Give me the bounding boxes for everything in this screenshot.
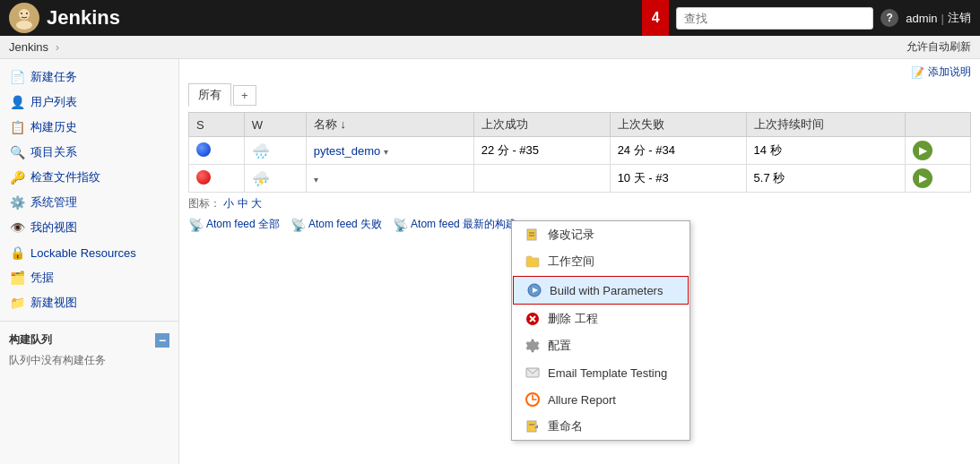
build-queue-section: 构建队列 − [0,327,178,349]
svg-rect-5 [527,229,536,240]
auto-refresh-link[interactable]: 允许自动刷新 [906,39,971,55]
job-dropdown-arrow[interactable]: ▾ [384,147,388,157]
atom-icon: 📡 [393,218,408,232]
search-input[interactable] [676,7,873,30]
weather-cell: ⛈️ [244,165,306,193]
sidebar-item-fingerprint[interactable]: 🔑 检查文件指纹 [0,165,178,190]
tab-all[interactable]: 所有 [188,83,231,107]
user-label: admin [906,12,937,25]
menu-item-workspace[interactable]: 工作空间 [512,248,689,275]
build-queue-collapse[interactable]: − [155,333,169,348]
add-note-link[interactable]: 📝 添加说明 [911,64,971,80]
sidebar-item-new-view[interactable]: 📁 新建视图 [0,290,178,315]
menu-item-config[interactable]: 配置 [512,332,689,359]
allure-icon [525,391,541,408]
menu-item-email-template[interactable]: Email Template Testing [512,359,689,386]
sidebar-item-new-task[interactable]: 📄 新建任务 [0,64,178,90]
logo: Jenkins [9,3,635,33]
history-icon: 📋 [9,119,25,135]
menu-item-build-with-params[interactable]: Build with Parameters [513,276,689,305]
fingerprint-icon: 🔑 [9,169,25,185]
run-icon[interactable]: ▶ [913,168,932,188]
new-view-icon: 📁 [9,295,25,311]
new-task-icon: 📄 [9,69,25,85]
action-cell: ▶ [906,137,971,165]
note-icon: 📝 [911,66,924,79]
tabs-row: 所有 + [188,83,971,107]
sidebar-item-label: 我的视图 [30,219,77,236]
sidebar-item-label: 检查文件指纹 [30,169,100,185]
sidebar-item-label: 新建视图 [30,295,77,311]
menu-item-delete[interactable]: 删除 工程 [512,305,689,332]
lockable-icon: 🔒 [9,245,25,261]
context-menu: 修改记录 工作空间 Build with Parameters 删除 工程 [511,220,690,441]
header: Jenkins 4 ? admin | 注销 [0,0,980,36]
job-name-link[interactable]: pytest_demo [314,144,380,158]
menu-item-modify-log[interactable]: 修改记录 [512,221,689,248]
sidebar-item-credentials[interactable]: 🗂️ 凭据 [0,265,178,290]
jenkins-logo [9,3,39,33]
action-cell: ▶ [906,165,971,193]
breadcrumb-bar: Jenkins › 允许自动刷新 [0,36,980,59]
sidebar-item-system-manage[interactable]: ⚙️ 系统管理 [0,190,178,215]
sidebar-item-label: 项目关系 [30,144,77,160]
svg-point-3 [21,13,22,14]
last-success-cell: 22 分 - #35 [473,137,610,165]
breadcrumb-home[interactable]: Jenkins [9,40,48,54]
my-views-icon: 👁️ [9,219,25,236]
svg-point-2 [16,21,32,30]
col-header-last-failure: 上次失败 [610,113,746,137]
atom-icon: 📡 [188,218,204,232]
build-queue-empty: 队列中没有构建任务 [0,349,178,372]
last-failure-cell: 24 分 - #34 [610,137,746,165]
menu-item-rename[interactable]: 重命名 [512,413,689,440]
last-failure-cell: 10 天 - #3 [610,165,746,193]
rename-icon [525,418,541,434]
sidebar-item-build-history[interactable]: 📋 构建历史 [0,115,178,140]
system-manage-icon: ⚙️ [9,194,25,211]
last-duration-cell: 14 秒 [746,137,905,165]
atom-link-all[interactable]: 📡 Atom feed 全部 [188,217,280,232]
sidebar-item-label: Lockable Resources [30,246,136,260]
menu-item-allure[interactable]: Allure Report [512,386,689,413]
help-icon[interactable]: ? [880,9,898,27]
atom-link-failure[interactable]: 📡 Atom feed 失败 [291,217,382,232]
sidebar-item-lockable[interactable]: 🔒 Lockable Resources [0,240,178,265]
notification-badge[interactable]: 4 [642,0,669,36]
col-header-last-success: 上次成功 [473,113,610,137]
status-cell [189,165,245,193]
last-success-cell [473,165,610,193]
col-header-actions [906,113,971,137]
jenkins-title: Jenkins [47,6,120,30]
jobs-table: S W 名称 ↓ 上次成功 上次失败 上次持续时间 🌧️ [188,112,971,193]
status-ball-blue [196,142,211,157]
email-icon [525,365,541,381]
sidebar-item-label: 用户列表 [30,94,77,110]
sidebar-item-users[interactable]: 👤 用户列表 [0,90,178,115]
col-header-name: 名称 ↓ [306,113,473,137]
atom-link-latest[interactable]: 📡 Atom feed 最新的构建 [393,217,516,232]
edit-icon [525,227,541,243]
tab-add-button[interactable]: + [233,85,256,106]
col-header-last-duration: 上次持续时间 [746,113,905,137]
users-icon: 👤 [9,94,25,110]
table-row: ⛈️ ▾ 10 天 - #3 5.7 秒 ▶ [189,165,971,193]
col-header-w: W [244,113,306,137]
status-ball-red [196,170,211,185]
sidebar-item-label: 系统管理 [30,194,77,211]
weather-cell: 🌧️ [244,137,306,165]
sidebar: 📄 新建任务 👤 用户列表 📋 构建历史 🔍 项目关系 🔑 检查文件指纹 ⚙️ … [0,59,179,464]
icon-size-small[interactable]: 小 [223,197,234,210]
status-cell [189,137,245,165]
sidebar-item-my-views[interactable]: 👁️ 我的视图 [0,215,178,240]
svg-rect-16 [527,421,536,432]
job-dropdown-arrow[interactable]: ▾ [314,175,318,185]
icon-size-large[interactable]: 大 [251,197,262,210]
sidebar-item-project-rel[interactable]: 🔍 项目关系 [0,140,178,165]
run-icon[interactable]: ▶ [913,141,932,160]
last-duration-cell: 5.7 秒 [746,165,905,193]
content-area: 📝 添加说明 所有 + S W 名称 ↓ 上次成功 上次失败 上次持续时间 [179,59,980,464]
icon-size-medium[interactable]: 中 [238,197,248,210]
logout-link[interactable]: 注销 [948,10,971,26]
sidebar-item-label: 构建历史 [30,119,77,135]
